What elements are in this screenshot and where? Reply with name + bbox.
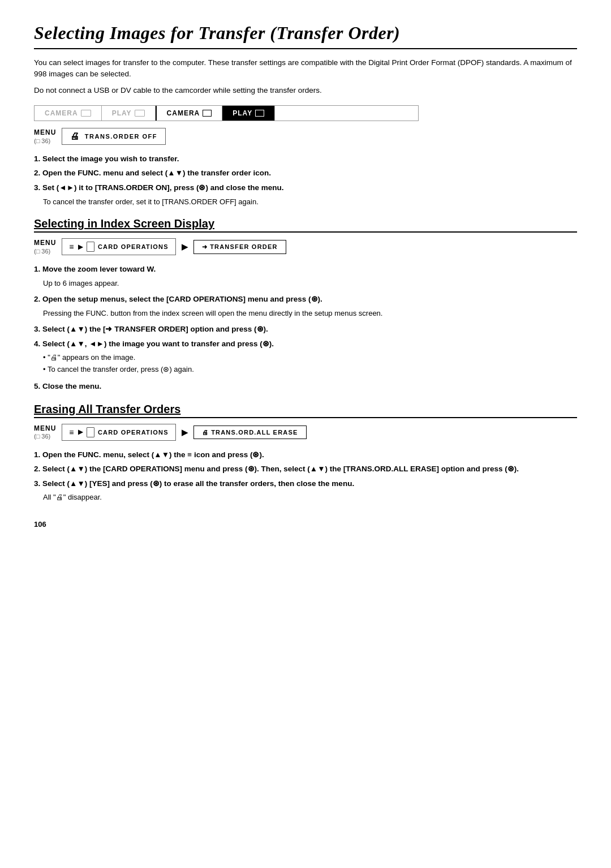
step-2-4-bullets: "🖨" appears on the image. To cancel the … bbox=[43, 352, 577, 376]
section-index-heading: Selecting in Index Screen Display bbox=[34, 217, 577, 233]
tape-icon2 bbox=[135, 110, 145, 117]
intro-para1: You can select images for transfer to th… bbox=[34, 57, 577, 80]
mode-bar: CAMERA PLAY CAMERA PLAY bbox=[34, 105, 419, 121]
trans-all-erase-box: 🖨 TRANS.ORD.ALL ERASE bbox=[193, 426, 307, 439]
card-ops-label-2: CARD OPERATIONS bbox=[98, 429, 169, 436]
trans-order-label: TRANS.ORDER OFF bbox=[85, 133, 157, 140]
mode-play-card: PLAY bbox=[222, 106, 275, 121]
intro-para2: Do not connect a USB or DV cable to the … bbox=[34, 85, 577, 96]
menu-list-icon: ≡ bbox=[69, 242, 74, 251]
card-icon-sm bbox=[87, 242, 94, 252]
step-2-1: 1. Move the zoom lever toward W. bbox=[34, 263, 577, 276]
mode-play-tape: PLAY bbox=[102, 106, 156, 121]
card-icon bbox=[203, 110, 212, 117]
step-1-3-sub: To cancel the transfer order, set it to … bbox=[43, 196, 577, 208]
mode-camera-tape: CAMERA bbox=[35, 106, 102, 121]
trans-all-erase-label: 🖨 TRANS.ORD.ALL ERASE bbox=[202, 429, 298, 436]
step-3-1: 1. Open the FUNC. menu, select (▲▼) the … bbox=[34, 449, 577, 461]
mode-camera-card: CAMERA bbox=[157, 106, 223, 121]
card-icon2 bbox=[255, 110, 264, 117]
bullet-1: "🖨" appears on the image. bbox=[43, 352, 577, 364]
step-2-3: 3. Select (▲▼) the [➜ TRANSFER ORDER] op… bbox=[34, 323, 577, 336]
menu-list-icon-2: ≡ bbox=[69, 428, 74, 437]
step-1-1: 1. Select the image you wish to transfer… bbox=[34, 153, 577, 165]
bullet-2: To cancel the transfer order, press (⊛) … bbox=[43, 364, 577, 376]
card-icon-sm-2 bbox=[87, 427, 94, 437]
step-1-3: 3. Set (◄►) it to [TRANS.ORDER ON], pres… bbox=[34, 182, 577, 194]
step-2-1-sub: Up to 6 images appear. bbox=[43, 278, 577, 289]
card-ops-box: ≡ ▶ CARD OPERATIONS bbox=[62, 238, 175, 255]
transfer-icon: 🖨 bbox=[70, 131, 80, 141]
transfer-order-label: ➜ TRANSFER ORDER bbox=[202, 243, 278, 251]
trans-order-box: 🖨 TRANS.ORDER OFF bbox=[62, 128, 166, 145]
steps-2: 1. Move the zoom lever toward W. Up to 6… bbox=[34, 263, 577, 393]
arrow-right-big-2: ▶ bbox=[182, 428, 188, 437]
step-2-4: 4. Select (▲▼, ◄►) the image you want to… bbox=[34, 338, 577, 350]
step-2-2: 2. Open the setup menus, select the [CAR… bbox=[34, 293, 577, 306]
arrow-right-big: ▶ bbox=[182, 242, 188, 251]
section-erase-heading: Erasing All Transfer Orders bbox=[34, 403, 577, 418]
step-2-2-sub: Pressing the FUNC. button from the index… bbox=[43, 308, 577, 319]
tape-icon bbox=[81, 110, 91, 117]
arrow-right-icon-2: ▶ bbox=[78, 428, 83, 436]
card-ops-label: CARD OPERATIONS bbox=[98, 243, 169, 250]
menu-row-2: MENU (□ 36) ≡ ▶ CARD OPERATIONS ▶ ➜ TRAN… bbox=[34, 238, 577, 255]
step-3-3-sub: All "🖨" disappear. bbox=[43, 492, 577, 503]
card-ops-box-2: ≡ ▶ CARD OPERATIONS bbox=[62, 424, 175, 441]
menu-label-1: MENU (□ 36) bbox=[34, 128, 56, 144]
menu-row-1: MENU (□ 36) 🖨 TRANS.ORDER OFF bbox=[34, 128, 577, 145]
step-3-2: 2. Select (▲▼) the [CARD OPERATIONS] men… bbox=[34, 463, 577, 475]
transfer-order-dest-box: ➜ TRANSFER ORDER bbox=[193, 240, 286, 254]
arrow-right-icon: ▶ bbox=[78, 243, 83, 251]
step-2-5: 5. Close the menu. bbox=[34, 380, 577, 393]
page-number: 106 bbox=[34, 520, 577, 528]
step-1-2: 2. Open the FUNC. menu and select (▲▼) t… bbox=[34, 167, 577, 179]
page-title: Selecting Images for Transfer (Transfer … bbox=[34, 23, 577, 44]
menu-label-3: MENU (□ 36) bbox=[34, 424, 56, 440]
steps-3: 1. Open the FUNC. menu, select (▲▼) the … bbox=[34, 449, 577, 503]
menu-row-3: MENU (□ 36) ≡ ▶ CARD OPERATIONS ▶ 🖨 TRAN… bbox=[34, 424, 577, 441]
step-3-3: 3. Select (▲▼) [YES] and press (⊛) to er… bbox=[34, 478, 577, 490]
steps-1: 1. Select the image you wish to transfer… bbox=[34, 153, 577, 207]
menu-label-2: MENU (□ 36) bbox=[34, 239, 56, 255]
